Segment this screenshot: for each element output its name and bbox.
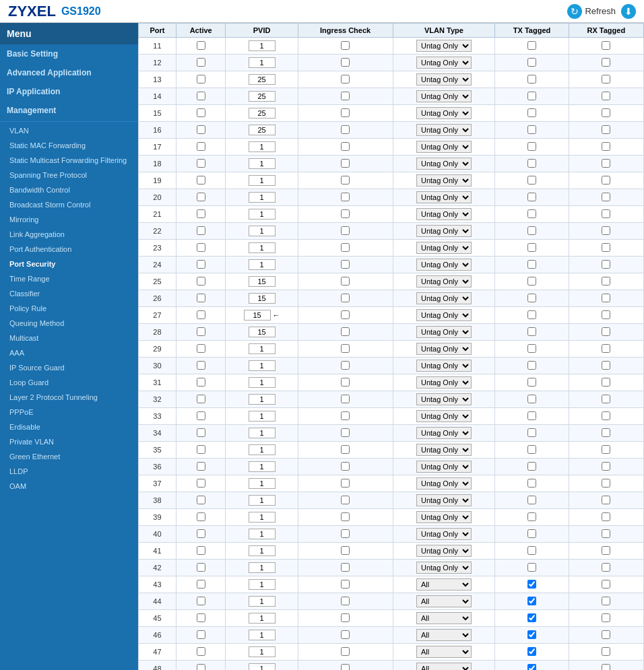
rx-tagged-checkbox[interactable] bbox=[602, 647, 610, 656]
cell-pvid[interactable] bbox=[226, 526, 298, 543]
sidebar-sub-policy-rule[interactable]: Policy Rule bbox=[0, 301, 138, 316]
tx-tagged-checkbox[interactable] bbox=[527, 41, 536, 50]
cell-rx-tagged[interactable] bbox=[569, 88, 643, 105]
cell-pvid[interactable] bbox=[226, 122, 298, 139]
tx-tagged-checkbox[interactable] bbox=[527, 462, 536, 471]
rx-tagged-checkbox[interactable] bbox=[602, 294, 610, 302]
rx-tagged-checkbox[interactable] bbox=[602, 159, 610, 168]
ingress-check-checkbox[interactable] bbox=[341, 529, 350, 538]
cell-pvid[interactable] bbox=[226, 55, 298, 71]
cell-vlan-type[interactable]: Untag OnlyAllTag Only bbox=[393, 459, 495, 475]
ingress-check-checkbox[interactable] bbox=[341, 243, 350, 252]
cell-pvid[interactable] bbox=[226, 88, 298, 105]
cell-vlan-type[interactable]: Untag OnlyAllTag Only bbox=[393, 627, 495, 644]
cell-pvid[interactable]: ← bbox=[226, 307, 298, 324]
cell-vlan-type[interactable]: Untag OnlyAllTag Only bbox=[393, 55, 495, 71]
tx-tagged-checkbox[interactable] bbox=[527, 361, 536, 370]
cell-vlan-type[interactable]: Untag OnlyAllTag Only bbox=[393, 509, 495, 526]
cell-rx-tagged[interactable] bbox=[569, 122, 643, 139]
vlan-type-select[interactable]: Untag OnlyAllTag Only bbox=[416, 73, 472, 86]
cell-ingress-check[interactable] bbox=[298, 408, 393, 425]
cell-rx-tagged[interactable] bbox=[569, 273, 643, 290]
sidebar-item-ip-application[interactable]: IP Application bbox=[0, 82, 138, 101]
cell-active[interactable] bbox=[176, 492, 226, 509]
rx-tagged-checkbox[interactable] bbox=[602, 395, 610, 403]
rx-tagged-checkbox[interactable] bbox=[602, 664, 610, 671]
cell-rx-tagged[interactable] bbox=[569, 38, 643, 55]
cell-rx-tagged[interactable] bbox=[569, 189, 643, 206]
tx-tagged-checkbox[interactable] bbox=[527, 512, 536, 521]
cell-vlan-type[interactable]: Untag OnlyAllTag Only bbox=[393, 156, 495, 172]
cell-pvid[interactable] bbox=[226, 509, 298, 526]
sidebar-sub-private-vlan[interactable]: Private VLAN bbox=[0, 434, 138, 449]
active-checkbox[interactable] bbox=[197, 142, 205, 151]
sidebar-sub-multicast[interactable]: Multicast bbox=[0, 331, 138, 345]
rx-tagged-checkbox[interactable] bbox=[602, 327, 610, 336]
cell-active[interactable] bbox=[176, 526, 226, 543]
vlan-type-select[interactable]: Untag OnlyAllTag Only bbox=[416, 292, 472, 304]
tx-tagged-checkbox[interactable] bbox=[527, 243, 536, 252]
cell-pvid[interactable] bbox=[226, 156, 298, 172]
vlan-type-select[interactable]: Untag OnlyAllTag Only bbox=[416, 629, 472, 641]
cell-tx-tagged[interactable] bbox=[495, 88, 569, 105]
pvid-input[interactable] bbox=[249, 327, 276, 337]
cell-pvid[interactable] bbox=[226, 459, 298, 475]
sidebar-sub-layer2-tunneling[interactable]: Layer 2 Protocol Tunneling bbox=[0, 390, 138, 405]
cell-pvid[interactable] bbox=[226, 593, 298, 610]
cell-tx-tagged[interactable] bbox=[495, 189, 569, 206]
cell-ingress-check[interactable] bbox=[298, 661, 393, 671]
cell-active[interactable] bbox=[176, 610, 226, 627]
cell-pvid[interactable] bbox=[226, 661, 298, 671]
cell-tx-tagged[interactable] bbox=[495, 273, 569, 290]
cell-ingress-check[interactable] bbox=[298, 105, 393, 122]
rx-tagged-checkbox[interactable] bbox=[602, 546, 610, 555]
cell-tx-tagged[interactable] bbox=[495, 560, 569, 576]
sidebar-sub-spanning-tree[interactable]: Spanning Tree Protocol bbox=[0, 168, 138, 182]
cell-rx-tagged[interactable] bbox=[569, 240, 643, 257]
cell-active[interactable] bbox=[176, 88, 226, 105]
cell-rx-tagged[interactable] bbox=[569, 290, 643, 307]
cell-vlan-type[interactable]: Untag OnlyAllTag Only bbox=[393, 38, 495, 55]
cell-ingress-check[interactable] bbox=[298, 475, 393, 492]
cell-vlan-type[interactable]: Untag OnlyAllTag Only bbox=[393, 189, 495, 206]
cell-rx-tagged[interactable] bbox=[569, 374, 643, 391]
pvid-input[interactable] bbox=[249, 512, 276, 523]
cell-pvid[interactable] bbox=[226, 576, 298, 593]
cell-active[interactable] bbox=[176, 307, 226, 324]
pvid-input[interactable] bbox=[249, 360, 276, 371]
pvid-input[interactable] bbox=[249, 226, 276, 236]
vlan-type-select[interactable]: Untag OnlyAllTag Only bbox=[416, 191, 472, 203]
active-checkbox[interactable] bbox=[197, 159, 205, 168]
cell-rx-tagged[interactable] bbox=[569, 610, 643, 627]
tx-tagged-checkbox[interactable] bbox=[527, 108, 536, 117]
cell-ingress-check[interactable] bbox=[298, 290, 393, 307]
pvid-input[interactable] bbox=[249, 141, 276, 152]
cell-active[interactable] bbox=[176, 391, 226, 408]
active-checkbox[interactable] bbox=[197, 260, 205, 269]
pvid-input[interactable] bbox=[249, 545, 276, 556]
cell-rx-tagged[interactable] bbox=[569, 442, 643, 459]
sidebar-sub-pppoe[interactable]: PPPoE bbox=[0, 405, 138, 420]
cell-rx-tagged[interactable] bbox=[569, 105, 643, 122]
rx-tagged-checkbox[interactable] bbox=[602, 529, 610, 538]
rx-tagged-checkbox[interactable] bbox=[602, 260, 610, 269]
ingress-check-checkbox[interactable] bbox=[341, 176, 350, 185]
sidebar-sub-aaa[interactable]: AAA bbox=[0, 345, 138, 360]
cell-pvid[interactable] bbox=[226, 324, 298, 341]
active-checkbox[interactable] bbox=[197, 597, 205, 605]
ingress-check-checkbox[interactable] bbox=[341, 411, 350, 420]
active-checkbox[interactable] bbox=[197, 462, 205, 471]
cell-ingress-check[interactable] bbox=[298, 71, 393, 88]
tx-tagged-checkbox[interactable] bbox=[527, 613, 536, 622]
cell-vlan-type[interactable]: Untag OnlyAllTag Only bbox=[393, 442, 495, 459]
ingress-check-checkbox[interactable] bbox=[341, 630, 350, 639]
download-button[interactable]: ⬇ bbox=[621, 4, 636, 19]
cell-rx-tagged[interactable] bbox=[569, 206, 643, 223]
cell-tx-tagged[interactable] bbox=[495, 391, 569, 408]
cell-rx-tagged[interactable] bbox=[569, 139, 643, 156]
cell-vlan-type[interactable]: Untag OnlyAllTag Only bbox=[393, 391, 495, 408]
vlan-type-select[interactable]: Untag OnlyAllTag Only bbox=[416, 376, 472, 389]
sidebar-sub-broadcast-storm-control[interactable]: Broadcast Storm Control bbox=[0, 197, 138, 212]
cell-ingress-check[interactable] bbox=[298, 156, 393, 172]
rx-tagged-checkbox[interactable] bbox=[602, 142, 610, 151]
